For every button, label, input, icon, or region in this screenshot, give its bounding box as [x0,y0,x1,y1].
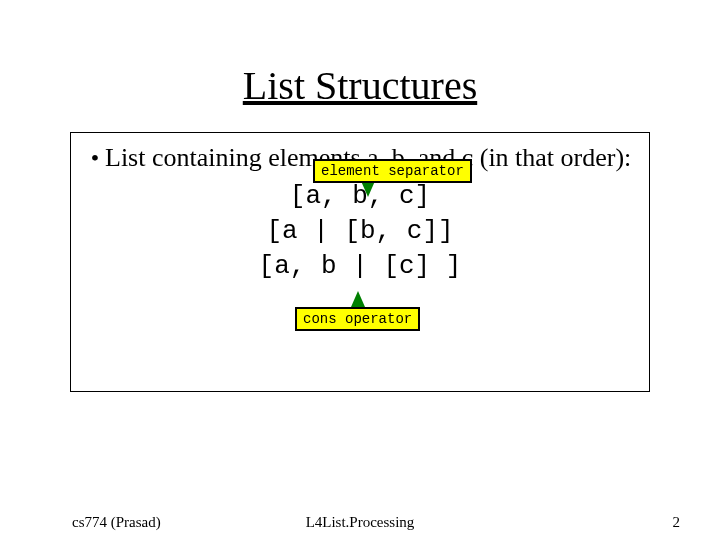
code-line-3: [a, b | [c] ] [85,249,635,284]
code-line-1: [a, b, c] [85,179,635,214]
slide-title: List Structures [0,62,720,109]
footer-center: L4List.Processing [0,514,720,531]
code-area: element separator [a, b, c] [a | [b, c]]… [85,179,635,284]
bullet-marker: • [85,143,105,173]
arrow-up-icon [351,291,365,307]
content-box: • List containing elements a, b, and c (… [70,132,650,392]
code-line-2: [a | [b, c]] [85,214,635,249]
arrow-down-icon [361,181,375,197]
slide: List Structures • List containing elemen… [0,0,720,540]
callout-element-separator: element separator [313,159,472,183]
callout-cons-operator: cons operator [295,307,420,331]
footer-right: 2 [673,514,681,531]
